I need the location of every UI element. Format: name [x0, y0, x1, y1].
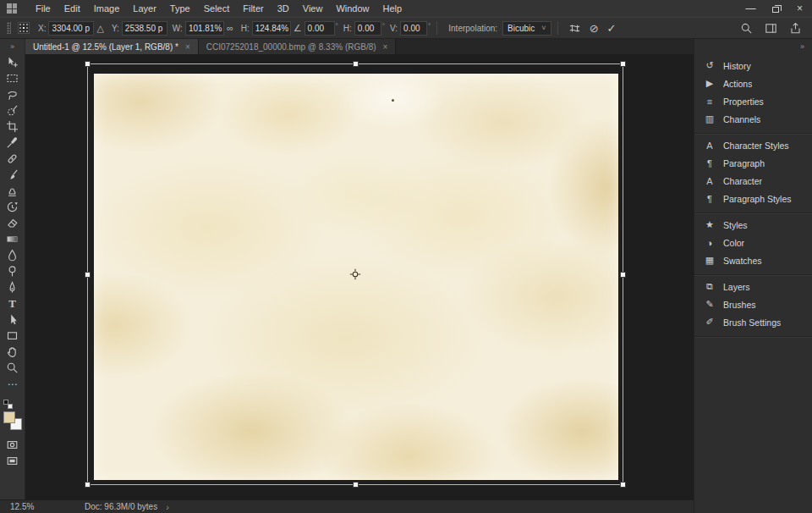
cancel-transform-button[interactable]: ⊘: [590, 23, 599, 34]
close-button[interactable]: ×: [787, 0, 812, 17]
panel-item-character-styles[interactable]: ACharacter Styles: [694, 136, 812, 154]
width-input[interactable]: 101.81%: [185, 21, 224, 36]
panel-item-channels[interactable]: ▥Channels: [694, 110, 812, 128]
eyedropper-tool[interactable]: [2, 135, 24, 151]
transform-handle-bottom-left[interactable]: [85, 482, 91, 488]
panel-collapse-chevron[interactable]: »: [800, 42, 804, 51]
panel-item-styles[interactable]: ★Styles: [694, 216, 812, 234]
menu-file[interactable]: File: [29, 0, 58, 17]
dodge-tool[interactable]: [2, 263, 24, 279]
panel-group: ⧉Layers ✎Brushes ✐Brush Settings: [694, 275, 812, 337]
panel-item-layers[interactable]: ⧉Layers: [694, 278, 812, 295]
path-selection-tool[interactable]: [2, 312, 24, 328]
search-icon[interactable]: [740, 22, 753, 35]
foreground-color-swatch[interactable]: [3, 411, 15, 423]
menu-view[interactable]: View: [296, 0, 330, 17]
transform-bounding-box[interactable]: [87, 63, 623, 485]
history-brush-tool[interactable]: [2, 199, 24, 215]
lasso-tool[interactable]: [2, 86, 24, 102]
menu-edit[interactable]: Edit: [58, 0, 87, 17]
panel-item-brushes[interactable]: ✎Brushes: [694, 295, 812, 313]
menu-layer[interactable]: Layer: [126, 0, 163, 17]
pen-tool[interactable]: [2, 279, 24, 295]
menu-window[interactable]: Window: [329, 0, 376, 17]
document-tab-bmp[interactable]: CCI07252018_00000.bmp @ 8.33% (RGB/8) ×: [199, 39, 397, 54]
close-icon[interactable]: ×: [185, 42, 190, 52]
history-brush-icon: [6, 201, 19, 213]
menu-select[interactable]: Select: [197, 0, 237, 17]
document-tab-untitled[interactable]: Untitled-1 @ 12.5% (Layer 1, RGB/8) * ×: [25, 39, 199, 54]
panel-item-character[interactable]: ACharacter: [694, 172, 812, 190]
options-bar-grip[interactable]: [7, 22, 11, 34]
default-colors-button[interactable]: [3, 400, 13, 409]
menu-3d[interactable]: 3D: [271, 0, 296, 17]
commit-transform-button[interactable]: ✓: [607, 23, 617, 34]
panel-item-actions[interactable]: ▶Actions: [694, 74, 812, 92]
hand-tool[interactable]: [2, 344, 24, 360]
transform-handle-bottom-right[interactable]: [620, 482, 626, 488]
edit-toolbar-button[interactable]: ⋯: [2, 376, 24, 392]
quick-mask-button[interactable]: [2, 437, 24, 453]
degree-mark: °: [382, 22, 385, 30]
relative-positioning-icon[interactable]: △: [96, 23, 103, 34]
screen-mode-button[interactable]: [2, 453, 24, 469]
zoom-level-field[interactable]: 12.5%: [10, 502, 76, 511]
h-skew-input[interactable]: 0.00: [354, 21, 381, 36]
transform-handle-middle-right[interactable]: [620, 272, 626, 278]
brush-tool[interactable]: [2, 167, 24, 183]
gradient-tool[interactable]: [2, 231, 24, 247]
workspace-icon[interactable]: [765, 22, 777, 35]
eraser-tool[interactable]: [2, 215, 24, 231]
interpolation-value: Bicubic: [508, 24, 535, 33]
panel-item-color[interactable]: ◑Color: [694, 234, 812, 251]
transform-handle-bottom-center[interactable]: [353, 482, 359, 488]
warp-mode-toggle[interactable]: [568, 22, 581, 35]
quick-selection-tool[interactable]: [2, 102, 24, 119]
app-icon[interactable]: [7, 3, 17, 14]
clone-stamp-tool[interactable]: [2, 183, 24, 199]
move-tool[interactable]: [2, 54, 24, 70]
rotation-input[interactable]: 0.00: [304, 21, 335, 36]
reference-point-widget[interactable]: [18, 22, 30, 34]
y-input[interactable]: 2538.50 p: [122, 21, 167, 36]
gradient-icon: [6, 233, 19, 245]
panel-item-properties[interactable]: ≡Properties: [694, 92, 812, 110]
panel-item-label: Paragraph: [723, 158, 765, 168]
crop-tool[interactable]: [2, 119, 24, 135]
spot-healing-tool[interactable]: [2, 151, 24, 167]
menu-help[interactable]: Help: [376, 0, 409, 17]
panel-item-brush-settings[interactable]: ✐Brush Settings: [694, 313, 812, 331]
transform-handle-top-right[interactable]: [620, 61, 626, 67]
zoom-tool[interactable]: [2, 360, 24, 376]
transform-handle-top-left[interactable]: [85, 61, 91, 67]
menu-type[interactable]: Type: [163, 0, 197, 17]
v-skew-label: V:: [390, 24, 398, 33]
type-tool[interactable]: T: [2, 295, 24, 312]
panel-item-swatches[interactable]: ▦Swatches: [694, 251, 812, 269]
status-menu-chevron[interactable]: ›: [166, 502, 169, 512]
rectangle-tool[interactable]: [2, 328, 24, 344]
menu-filter[interactable]: Filter: [236, 0, 270, 17]
transform-reference-point[interactable]: [349, 268, 361, 280]
close-icon[interactable]: ×: [383, 42, 388, 52]
blur-tool[interactable]: [2, 247, 24, 263]
toolbar-collapse-chevron[interactable]: »: [0, 39, 25, 54]
v-skew-input[interactable]: 0.00: [400, 21, 427, 36]
link-dimensions-icon[interactable]: ∞: [227, 23, 233, 33]
panel-item-history[interactable]: ↺History: [694, 57, 812, 74]
document-tab-bar: Untitled-1 @ 12.5% (Layer 1, RGB/8) * × …: [25, 39, 694, 54]
interpolation-dropdown[interactable]: Bicubic ˅: [502, 21, 551, 36]
menu-image[interactable]: Image: [87, 0, 127, 17]
x-input[interactable]: 3304.00 p: [48, 21, 94, 36]
panel-item-label: Character: [723, 176, 762, 186]
panel-item-paragraph-styles[interactable]: ¶Paragraph Styles: [694, 190, 812, 207]
transform-handle-top-center[interactable]: [353, 61, 359, 67]
marquee-tool[interactable]: [2, 70, 24, 86]
transform-handle-middle-left[interactable]: [85, 272, 91, 278]
panel-item-paragraph[interactable]: ¶Paragraph: [694, 154, 812, 172]
panel-item-label: Character Styles: [723, 141, 789, 151]
minimize-button[interactable]: —: [738, 0, 763, 17]
restore-button[interactable]: [763, 0, 787, 17]
height-input[interactable]: 124.84%: [252, 21, 291, 36]
share-icon[interactable]: [789, 22, 802, 35]
